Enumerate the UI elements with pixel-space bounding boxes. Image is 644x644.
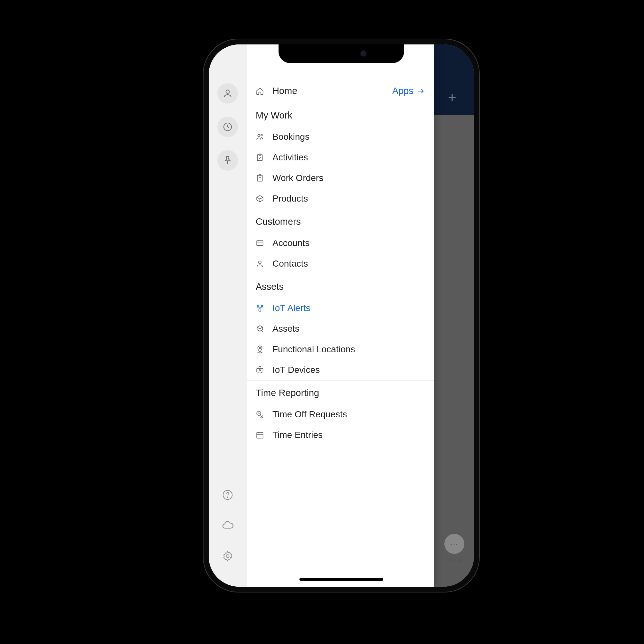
svg-rect-20 bbox=[259, 309, 261, 311]
nav-item-label: Activities bbox=[272, 152, 308, 163]
add-button[interactable]: + bbox=[448, 90, 456, 106]
nav-item-label: Assets bbox=[272, 324, 299, 334]
svg-point-0 bbox=[226, 90, 230, 93]
time-request-icon bbox=[256, 410, 264, 419]
svg-rect-28 bbox=[257, 432, 263, 438]
section-my-work-title: My Work bbox=[247, 103, 434, 127]
nav-item-iot-alerts[interactable]: IoT Alerts bbox=[247, 298, 434, 318]
screen: + ··· More bbox=[209, 44, 474, 587]
settings-button[interactable] bbox=[221, 550, 234, 563]
recent-button[interactable] bbox=[217, 117, 238, 137]
nav-item-time-off-requests[interactable]: Time Off Requests bbox=[247, 404, 434, 425]
profile-icon bbox=[223, 88, 233, 99]
calendar-icon bbox=[256, 431, 264, 439]
nav-rail bbox=[209, 44, 247, 587]
device-icon bbox=[256, 366, 264, 374]
profile-button[interactable] bbox=[217, 83, 238, 104]
svg-point-7 bbox=[258, 134, 260, 137]
arrow-right-icon bbox=[417, 87, 425, 95]
home-icon bbox=[256, 87, 264, 95]
nav-item-label: Time Entries bbox=[272, 430, 323, 440]
section-time-reporting-title: Time Reporting bbox=[247, 380, 434, 404]
cloud-icon bbox=[221, 519, 234, 532]
section-customers-title: Customers bbox=[247, 209, 434, 233]
more-label: More bbox=[444, 556, 464, 564]
svg-point-26 bbox=[259, 370, 260, 371]
box-edit-icon bbox=[256, 325, 264, 333]
nav-item-label: IoT Alerts bbox=[272, 303, 310, 313]
nav-item-label: Products bbox=[272, 194, 308, 204]
recent-icon bbox=[223, 122, 233, 132]
phone-inner: + ··· More bbox=[209, 44, 474, 587]
nav-panel: Home Apps My Work Bookings bbox=[247, 44, 434, 587]
nav-item-iot-devices[interactable]: IoT Devices bbox=[247, 360, 434, 380]
pin-icon bbox=[223, 155, 233, 166]
nav-item-bookings[interactable]: Bookings bbox=[247, 127, 434, 147]
svg-point-21 bbox=[259, 347, 260, 349]
svg-point-17 bbox=[259, 261, 261, 264]
svg-point-19 bbox=[261, 305, 262, 307]
more-icon: ··· bbox=[444, 534, 464, 554]
clipboard-icon bbox=[256, 174, 264, 182]
people-icon bbox=[256, 133, 264, 141]
svg-point-8 bbox=[261, 134, 262, 136]
section-assets-title: Assets bbox=[247, 274, 434, 298]
notch bbox=[279, 44, 404, 63]
nav-item-accounts[interactable]: Accounts bbox=[247, 233, 434, 253]
rail-bottom bbox=[221, 488, 234, 587]
nav-item-label: Accounts bbox=[272, 238, 309, 248]
nav-item-contacts[interactable]: Contacts bbox=[247, 253, 434, 274]
nav-item-activities[interactable]: Activities bbox=[247, 147, 434, 168]
help-button[interactable] bbox=[221, 488, 234, 501]
nav-item-label: Time Off Requests bbox=[272, 409, 347, 420]
clipboard-check-icon bbox=[256, 153, 264, 162]
cloud-button[interactable] bbox=[221, 519, 234, 532]
folder-icon bbox=[256, 239, 264, 247]
nav-item-label: Bookings bbox=[272, 132, 309, 142]
iot-alert-icon bbox=[256, 304, 264, 312]
svg-point-4 bbox=[227, 497, 228, 497]
svg-rect-23 bbox=[257, 369, 263, 372]
nav-item-products[interactable]: Products bbox=[247, 188, 434, 209]
nav-item-label: Work Orders bbox=[272, 173, 323, 183]
nav-item-label: Functional Locations bbox=[272, 344, 355, 355]
nav-item-assets[interactable]: Assets bbox=[247, 318, 434, 339]
svg-rect-16 bbox=[257, 241, 263, 245]
apps-link-label: Apps bbox=[392, 86, 413, 96]
apps-link[interactable]: Apps bbox=[392, 86, 425, 96]
home-label: Home bbox=[272, 86, 297, 96]
nav-item-label: IoT Devices bbox=[272, 365, 320, 375]
nav-item-work-orders[interactable]: Work Orders bbox=[247, 168, 434, 188]
nav-home-row[interactable]: Home Apps bbox=[247, 80, 434, 103]
phone-frame: + ··· More bbox=[203, 39, 480, 592]
nav-item-label: Contacts bbox=[272, 259, 308, 269]
settings-icon bbox=[222, 550, 233, 562]
pin-button[interactable] bbox=[217, 150, 238, 171]
home-indicator[interactable] bbox=[299, 578, 383, 581]
nav-item-time-entries[interactable]: Time Entries bbox=[247, 425, 434, 445]
person-icon bbox=[256, 260, 264, 268]
svg-point-5 bbox=[226, 555, 229, 558]
help-icon bbox=[222, 489, 233, 500]
box-icon bbox=[256, 194, 264, 203]
location-icon bbox=[256, 345, 264, 354]
more-button-area[interactable]: ··· More bbox=[444, 534, 464, 564]
nav-item-functional-locations[interactable]: Functional Locations bbox=[247, 339, 434, 360]
svg-point-18 bbox=[257, 305, 258, 307]
nav-drawer: Home Apps My Work Bookings bbox=[209, 44, 434, 587]
